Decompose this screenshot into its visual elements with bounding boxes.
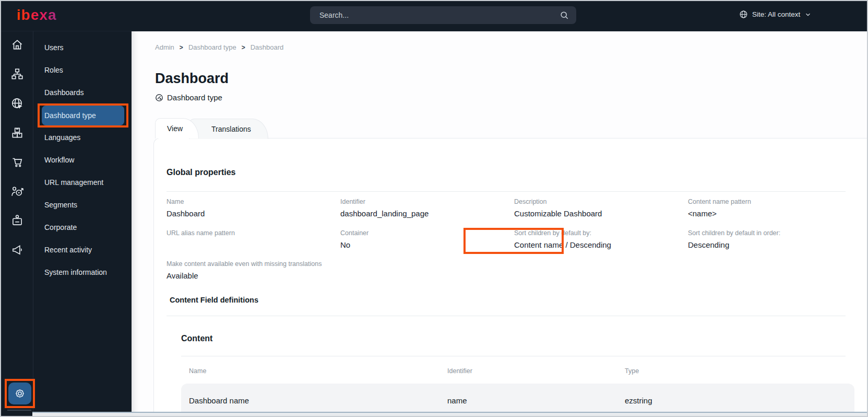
sidebar-item-dashboards[interactable]: Dashboards — [33, 81, 132, 103]
field-value: Dashboard — [167, 209, 323, 218]
content-field-definitions-heading: Content Field definitions — [170, 296, 258, 304]
field-value: dashboard_landing_page — [340, 209, 497, 218]
sidebar-item-recent-activity[interactable]: Recent activity — [33, 238, 132, 261]
field-value: Customizable Dashboard — [514, 209, 671, 218]
field-value: No — [340, 240, 497, 250]
product-catalog-icon[interactable] — [10, 126, 24, 140]
sidebar-item-users[interactable]: Users — [33, 36, 132, 59]
breadcrumb-separator: > — [180, 44, 183, 51]
sidebar-item-corporate[interactable]: Corporate — [33, 216, 132, 238]
page-title: Dashboard — [155, 71, 229, 87]
site-context-label: Site: All context — [752, 10, 800, 18]
ibexa-admin-window: ibexa Site: All context — [0, 0, 868, 417]
sidebar-item-system-information[interactable]: System information — [33, 261, 132, 283]
table-header-name: Name — [189, 367, 206, 375]
table-header-identifier: Identifier — [447, 367, 472, 375]
sidebar-item-languages[interactable]: Languages — [33, 126, 132, 148]
field-label: Name — [167, 199, 323, 205]
field-description: Description Customizable Dashboard — [514, 199, 671, 218]
search-icon[interactable] — [559, 10, 569, 20]
corporate-icon[interactable] — [10, 214, 24, 227]
cell-identifier: name — [447, 396, 467, 405]
sidebar-item-dashboard-type[interactable]: Dashboard type — [42, 106, 124, 125]
field-value: Descending — [688, 240, 845, 250]
page-subtitle: Dashboard type — [155, 93, 222, 102]
horizontal-scrollbar[interactable] — [32, 412, 867, 416]
field-label: Description — [514, 199, 671, 205]
content-type-icon — [155, 94, 163, 102]
field-name: Name Dashboard — [167, 199, 323, 218]
icon-rail — [1, 31, 33, 417]
sidebar-item-url-management[interactable]: URL management — [33, 171, 132, 193]
field-label: URL alias name pattern — [167, 230, 323, 237]
field-content-name-pattern: Content name pattern <name> — [688, 199, 845, 218]
sidebar-item-workflow[interactable]: Workflow — [33, 148, 132, 171]
commerce-icon[interactable] — [10, 155, 24, 169]
search-input[interactable] — [310, 11, 549, 19]
sidebar-item-segments[interactable]: Segments — [33, 193, 132, 216]
global-search — [310, 6, 576, 24]
table-header-type: Type — [625, 367, 639, 375]
field-value: <name> — [688, 209, 845, 218]
top-bar: ibexa Site: All context — [1, 1, 867, 31]
field-label: Sort children by default by: — [514, 230, 671, 237]
gear-icon[interactable] — [8, 383, 31, 404]
section-divider — [167, 316, 846, 316]
chevron-down-icon — [804, 11, 812, 18]
field-sort-by: Sort children by default by: Content nam… — [514, 230, 671, 250]
field-label: Identifier — [340, 199, 497, 205]
ibexa-logo[interactable]: ibexa — [17, 7, 57, 24]
home-icon[interactable] — [10, 38, 24, 52]
personalization-icon[interactable] — [10, 184, 24, 198]
main-content: Admin > Dashboard type > Dashboard Dashb… — [132, 31, 868, 417]
field-url-alias-pattern: URL alias name pattern — [167, 230, 323, 240]
field-label: Content name pattern — [688, 199, 845, 205]
field-label: Make content available even with missing… — [167, 261, 354, 268]
globe-icon — [739, 10, 748, 19]
admin-sidebar: Users Roles Dashboards Dashboard type La… — [33, 31, 132, 417]
field-value: Available — [167, 271, 354, 281]
field-identifier: Identifier dashboard_landing_page — [340, 199, 497, 218]
site-context-selector[interactable]: Site: All context — [739, 10, 812, 19]
marketing-icon[interactable] — [10, 243, 24, 257]
breadcrumb: Admin > Dashboard type > Dashboard — [155, 43, 283, 51]
cell-name: Dashboard name — [189, 396, 249, 405]
field-value: Content name / Descending — [514, 240, 671, 250]
field-label: Sort children by default in order: — [688, 230, 845, 237]
page-subtitle-label: Dashboard type — [167, 93, 222, 102]
cell-type: ezstring — [625, 396, 652, 405]
site-icon[interactable] — [10, 97, 24, 110]
field-container: Container No — [340, 230, 497, 250]
section-divider — [167, 191, 846, 192]
rail-divider — [7, 410, 31, 411]
field-sort-order: Sort children by default in order: Desce… — [688, 230, 845, 250]
global-properties-heading: Global properties — [167, 168, 235, 177]
field-availability: Make content available even with missing… — [167, 261, 354, 281]
breadcrumb-current: Dashboard — [251, 43, 284, 51]
sidebar-item-roles[interactable]: Roles — [33, 59, 132, 81]
field-label: Container — [340, 230, 497, 237]
content-tree-icon[interactable] — [10, 67, 24, 81]
content-group-heading: Content — [181, 334, 212, 343]
tab-translations[interactable]: Translations — [189, 119, 268, 139]
section-divider — [181, 356, 846, 356]
breadcrumb-admin[interactable]: Admin — [155, 43, 174, 51]
breadcrumb-separator: > — [242, 44, 245, 51]
breadcrumb-dashboard-type[interactable]: Dashboard type — [188, 43, 236, 51]
